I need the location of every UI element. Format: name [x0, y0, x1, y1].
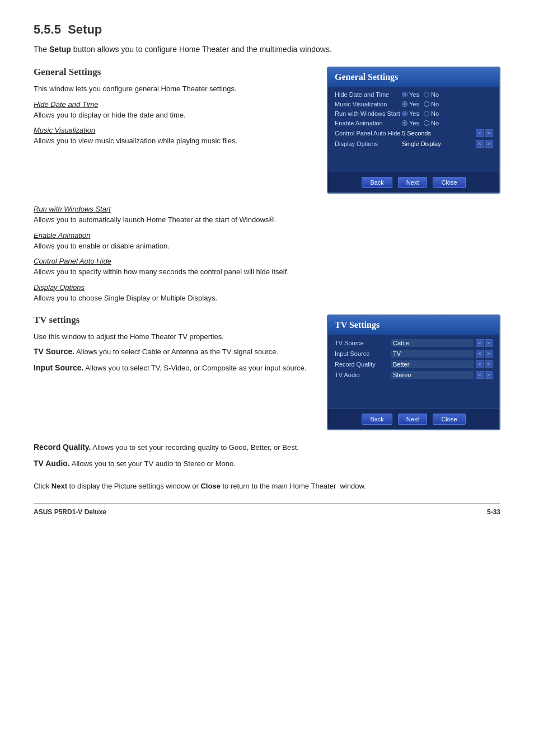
- tv-label-audio: TV Audio: [335, 372, 391, 378]
- tv-settings-ui-panel: TV Settings TV Source Cable < > Input So…: [327, 314, 500, 430]
- general-settings-description: This window lets you configure general H…: [34, 83, 313, 95]
- record-quality-feature: Record Quality. Allows you to set your r…: [34, 442, 500, 453]
- radio-group-run-windows: Yes No: [402, 110, 439, 117]
- feature-title-display-options: Display Options: [34, 283, 500, 292]
- radio-dot-no-enable-animation: [424, 120, 429, 126]
- feature-desc-run-windows: Allows you to automatically launch Home …: [34, 214, 500, 226]
- radio-dot-yes-enable-animation: [402, 120, 407, 126]
- tv-settings-panel-body: TV Source Cable < > Input Source TV < >: [328, 335, 499, 408]
- panel-row-run-windows: Run with Windows Start Yes No: [335, 110, 493, 117]
- radio-group-hide-date: Yes No: [402, 91, 439, 98]
- tv-settings-description: Use this window to adjust the Home Theat…: [34, 331, 313, 342]
- nav-arrows-display-options: < >: [476, 140, 493, 148]
- closing-paragraph: Click Next to display the Picture settin…: [34, 481, 500, 492]
- radio-no-music-viz[interactable]: No: [424, 101, 439, 107]
- general-close-button[interactable]: Close: [433, 177, 465, 188]
- radio-dot-no-music-viz: [424, 101, 429, 107]
- arrow-left-tv-audio[interactable]: <: [476, 371, 484, 379]
- panel-row-display-options: Display Options Single Display < >: [335, 140, 493, 148]
- tv-next-button[interactable]: Next: [398, 414, 428, 425]
- panel-label-display-options: Display Options: [335, 140, 402, 147]
- tv-settings-section: TV settings Use this window to adjust th…: [34, 314, 500, 430]
- section-title: 5.5.5 Setup: [34, 22, 500, 37]
- feature-desc-hide-date: Allows you to display or hide the date a…: [34, 110, 313, 121]
- radio-yes-hide-date[interactable]: Yes: [402, 91, 419, 98]
- arrow-left-display-options[interactable]: <: [476, 140, 484, 148]
- general-settings-panel-footer: Back Next Close: [328, 172, 499, 192]
- arrow-left-auto-hide[interactable]: <: [476, 129, 484, 137]
- feature-title-enable-animation: Enable Animation: [34, 231, 500, 240]
- nav-arrows-tv-source: < >: [476, 339, 493, 347]
- radio-yes-run-windows[interactable]: Yes: [402, 110, 419, 117]
- feature-title-run-windows: Run with Windows Start: [34, 205, 500, 213]
- tv-label-record-quality: Record Quality: [335, 361, 391, 368]
- tv-value-source: Cable: [391, 339, 474, 347]
- tv-row-input: Input Source TV < >: [335, 350, 493, 358]
- arrow-left-tv-source[interactable]: <: [476, 339, 484, 347]
- general-settings-ui-panel: General Settings Hide Date and Time Yes …: [327, 67, 500, 194]
- general-settings-panel: General Settings Hide Date and Time Yes …: [327, 67, 500, 194]
- arrow-right-auto-hide[interactable]: >: [485, 129, 493, 137]
- nav-arrows-tv-input: < >: [476, 350, 493, 358]
- tv-features-continued: Record Quality. Allows you to set your r…: [34, 442, 500, 469]
- panel-label-hide-date: Hide Date and Time: [335, 91, 402, 98]
- general-settings-panel-header: General Settings: [328, 68, 499, 87]
- radio-yes-music-viz[interactable]: Yes: [402, 101, 419, 107]
- tv-settings-panel-footer: Back Next Close: [328, 408, 499, 429]
- radio-dot-yes-music-viz: [402, 101, 407, 107]
- intro-paragraph: The Setup button allows you to configure…: [34, 44, 500, 55]
- radio-no-run-windows[interactable]: No: [424, 110, 439, 117]
- radio-group-music-viz: Yes No: [402, 101, 439, 107]
- panel-row-enable-animation: Enable Animation Yes No: [335, 120, 493, 126]
- feature-desc-control-panel: Allows you to specify within how many se…: [34, 266, 500, 278]
- radio-no-hide-date[interactable]: No: [424, 91, 439, 98]
- tv-settings-panel-header: TV Settings: [328, 316, 499, 335]
- panel-value-auto-hide: 5 Seconds: [402, 130, 474, 137]
- arrow-right-tv-source[interactable]: >: [485, 339, 493, 347]
- tv-source-feature: TV Source. Allows you to select Cable or…: [34, 346, 313, 358]
- feature-desc-music-viz: Allows you to view music visualization w…: [34, 135, 313, 147]
- radio-yes-enable-animation[interactable]: Yes: [402, 120, 419, 126]
- general-back-button[interactable]: Back: [362, 177, 392, 188]
- arrow-left-record-quality[interactable]: <: [476, 360, 484, 368]
- tv-row-record-quality: Record Quality Better < >: [335, 360, 493, 368]
- arrow-right-tv-audio[interactable]: >: [485, 371, 493, 379]
- nav-arrows-record-quality: < >: [476, 360, 493, 368]
- tv-settings-text: TV settings Use this window to adjust th…: [34, 314, 313, 430]
- tv-back-button[interactable]: Back: [362, 414, 392, 425]
- general-next-button[interactable]: Next: [398, 177, 428, 188]
- footer-right: 5-33: [487, 508, 500, 516]
- radio-dot-no-run-windows: [424, 111, 429, 116]
- arrow-right-display-options[interactable]: >: [485, 140, 493, 148]
- arrow-right-record-quality[interactable]: >: [485, 360, 493, 368]
- tv-audio-feature: TV Audio. Allows you to set your TV audi…: [34, 458, 500, 469]
- input-source-feature: Input Source. Allows you to select TV, S…: [34, 362, 313, 374]
- footer: ASUS P5RD1-V Deluxe 5-33: [34, 508, 500, 516]
- feature-title-control-panel: Control Panel Auto Hide: [34, 257, 500, 265]
- panel-label-enable-animation: Enable Animation: [335, 120, 402, 126]
- radio-dot-no-hide-date: [424, 92, 429, 97]
- panel-row-music-viz: Music Visualization Yes No: [335, 101, 493, 107]
- radio-group-enable-animation: Yes No: [402, 120, 439, 126]
- radio-dot-yes-run-windows: [402, 111, 407, 116]
- feature-desc-display-options: Allows you to choose Single Display or M…: [34, 293, 500, 304]
- tv-row-source: TV Source Cable < >: [335, 339, 493, 347]
- nav-arrows-auto-hide: < >: [476, 129, 493, 137]
- tv-value-input: TV: [391, 350, 474, 358]
- panel-label-run-windows: Run with Windows Start: [335, 110, 402, 117]
- feature-desc-enable-animation: Allows you to enable or disable animatio…: [34, 241, 500, 252]
- arrow-right-tv-input[interactable]: >: [485, 350, 493, 358]
- general-settings-heading: General Settings: [34, 67, 313, 78]
- tv-close-button[interactable]: Close: [433, 414, 465, 425]
- general-features-continued: Run with Windows Start Allows you to aut…: [34, 205, 500, 303]
- panel-label-music-viz: Music Visualization: [335, 101, 402, 107]
- tv-settings-heading: TV settings: [34, 314, 313, 326]
- general-settings-section: General Settings This window lets you co…: [34, 67, 500, 194]
- tv-settings-panel: TV Settings TV Source Cable < > Input So…: [327, 314, 500, 430]
- tv-value-audio: Stereo: [391, 371, 474, 379]
- radio-no-enable-animation[interactable]: No: [424, 120, 439, 126]
- footer-divider: [34, 503, 500, 504]
- general-settings-panel-body: Hide Date and Time Yes No Musi: [328, 87, 499, 172]
- feature-title-music-viz: Music Visualization: [34, 126, 313, 134]
- arrow-left-tv-input[interactable]: <: [476, 350, 484, 358]
